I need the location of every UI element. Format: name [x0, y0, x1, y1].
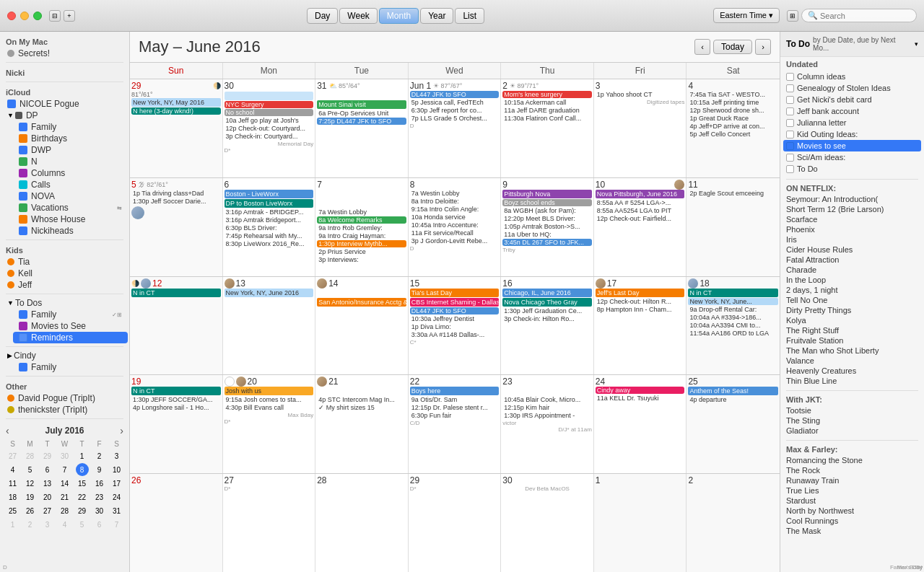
event-interview-mythb[interactable]: 1:30p Interview Mythb... [317, 240, 406, 247]
todo-item-julianna[interactable]: Julianna letter [786, 117, 918, 128]
event-bls[interactable]: 6:30p BLS Driver: [225, 224, 314, 232]
event-hampton-inn[interactable]: 8p Hampton Inn - Cham... [596, 306, 685, 313]
event-blair[interactable]: 10:45a Blair Cook, Micro... [502, 396, 592, 403]
event-longshore[interactable]: 4p Longshore sail - 1 Ho... [131, 404, 221, 411]
event-amtrak2[interactable]: 3:16p Amtrak Bridgeport... [225, 216, 314, 224]
cal-cell-jun29[interactable]: 29 D* [409, 474, 502, 572]
cal-cell-jun14[interactable]: 14 San Antonio/Insurance Acctg & Systems [315, 277, 409, 375]
todo-cb-sci-am[interactable] [786, 154, 794, 162]
mini-cal-day[interactable]: 25 [6, 504, 19, 517]
event-n-in-ct-19[interactable]: N in CT [131, 387, 221, 395]
mini-cal-day[interactable]: 30 [58, 449, 71, 462]
mini-cal-today[interactable]: 8 [76, 463, 89, 476]
event-flatiron[interactable]: 11:30a Flatiron Conf Call... [502, 115, 592, 122]
cal-cell-jun26[interactable]: 26 D [130, 474, 223, 572]
event-cbs-dallas[interactable]: CBS Internet Shaming - Dallas [410, 298, 500, 307]
event-ny-june-13[interactable]: New York, NY, June 2016 [225, 289, 314, 297]
todo-cb-column-ideas[interactable] [786, 73, 794, 81]
event-prius[interactable]: 2p Prius Service [317, 248, 406, 255]
event-accenture[interactable]: 10:45a Intro Accenture: [410, 221, 500, 229]
event-jeffs-last-day[interactable]: Jeff's Last Day [596, 289, 685, 297]
event-lls[interactable]: 7p LLS Grade 5 Orchest... [410, 115, 500, 122]
cal-cell-jun20[interactable]: 20 Josh with us 9:15a Josh comes to sta.… [223, 375, 316, 473]
cal-cell-jun19[interactable]: 19 N in CT 1:30p JEFF SOCCER/GA... 4p Lo… [130, 375, 223, 473]
mini-cal-prev[interactable]: ‹ [4, 425, 11, 436]
event-dl447-jun1[interactable]: DL447 JFK to SFO [410, 91, 500, 98]
event-anthem[interactable]: Anthem of the Seas! [688, 387, 778, 395]
event-eagle-scout[interactable]: 2p Eagle Scout emceeing [688, 190, 778, 197]
todo-item-column-ideas[interactable]: Column ideas [786, 71, 918, 82]
sidebar-item-kell[interactable]: Kell [1, 268, 128, 279]
event-n-in-ct-18[interactable]: N in CT [688, 289, 778, 297]
mini-cal-day[interactable]: 2 [93, 449, 106, 462]
sidebar-item-nova[interactable]: NOVA [13, 190, 128, 202]
event-aa5254b[interactable]: 8:55a AA5254 LGA to PIT [596, 207, 685, 214]
event-ny-may[interactable]: New York, NY, May 2016 [131, 98, 221, 107]
mini-cal-day[interactable]: 20 [41, 490, 54, 503]
event-otis[interactable]: 9a Otis/Dr. Sam [410, 396, 500, 403]
mini-cal-day[interactable]: 26 [24, 504, 37, 517]
view-toggle-btn[interactable]: ⊞ [787, 10, 798, 22]
event-tias-last-day[interactable]: Tia's Last Day [410, 289, 500, 297]
event-cello[interactable]: 5p Jeff Cello Concert [688, 131, 778, 138]
mini-cal-day[interactable]: 6 [41, 463, 54, 476]
cal-cell-jun22[interactable]: 22 Boys here 9a Otis/Dr. Sam 12:15p Dr. … [409, 375, 502, 473]
sidebar-item-jeff[interactable]: Jeff [1, 279, 128, 291]
event-n-here[interactable]: N here (3-day wknd!) [131, 107, 221, 115]
event-honda[interactable]: 10a Honda service [410, 214, 500, 221]
todo-cb-julianna[interactable] [786, 119, 794, 127]
cal-cell-jun10[interactable]: 10 Nova Pittsburgh, June 2016 8:55a AA #… [594, 178, 687, 276]
sidebar-disclosure-dp[interactable]: ▼ [7, 112, 14, 119]
mini-cal-day[interactable]: 2 [24, 518, 37, 531]
event-mount-sinai[interactable]: Mount Sinai visit [317, 100, 406, 109]
sidebar-item-cindy-group[interactable]: ▶ Cindy [1, 350, 128, 361]
sidebar-toggle-btn[interactable]: ⊟ [49, 10, 61, 22]
event-rob[interactable]: 9a Intro Rob Gremley: [317, 224, 406, 232]
event-westin8[interactable]: 7a Westin Lobby [410, 190, 500, 197]
event-meet-bls[interactable]: 12:20p Meet BLS Driver: [502, 215, 592, 222]
event-josh-comes[interactable]: 9:15a Josh comes to sta... [225, 396, 314, 403]
event-kell-dr[interactable]: 11a KELL Dr. Tsuyuki [596, 395, 685, 402]
event-jeff-report[interactable]: 6:30p Jeff report for co... [410, 107, 500, 114]
todo-sort-chevron[interactable]: ▾ [915, 40, 918, 48]
search-input[interactable] [820, 12, 914, 20]
mini-cal-day[interactable]: 16 [93, 477, 106, 490]
event-aa3394[interactable]: 10:04a AA #3394->186... [688, 314, 778, 321]
todo-cb-todo[interactable] [786, 165, 794, 173]
sidebar-item-birthdays[interactable]: Birthdays [13, 133, 128, 144]
event-deloitte[interactable]: 8a Intro Deloitte: [410, 198, 500, 205]
event-fun-fair[interactable]: 6:30p Fun fair [410, 412, 500, 419]
sidebar-item-calls[interactable]: Calls [13, 179, 128, 190]
cal-cell-jul2[interactable]: 2 [687, 474, 780, 572]
maximize-button[interactable] [33, 12, 42, 20]
event-hilton-checkin[interactable]: 3p Check-in: Hilton Ro... [502, 315, 592, 322]
cal-next-btn[interactable]: › [755, 39, 771, 55]
event-welcome[interactable]: 8a Welcome Remarks [317, 216, 406, 224]
event-departure[interactable]: 4p departure [688, 396, 778, 403]
event-irs[interactable]: 1:30p IRS Appointment - [502, 412, 592, 419]
sidebar-item-dwp[interactable]: DWP [13, 144, 128, 156]
todo-item-kid-outing[interactable]: Kid Outing Ideas: [786, 128, 918, 140]
event-liveworx2[interactable]: 8:30p LiveWorx 2016_Re... [225, 240, 314, 247]
sidebar-disclosure-todos[interactable]: ▼ [7, 299, 14, 307]
mini-cal-day[interactable]: 18 [6, 490, 19, 503]
todo-cb-genealogy[interactable] [786, 84, 794, 92]
mini-cal-day[interactable]: 29 [76, 504, 89, 517]
event-amtrak-boston[interactable]: 1:05p Amtrak Boston->S... [502, 223, 592, 230]
event-san-antonio[interactable]: San Antonio/Insurance Acctg & Systems [317, 298, 406, 307]
cal-cell-jul1[interactable]: 1 [594, 474, 687, 572]
mini-cal-day[interactable]: 21 [58, 490, 71, 503]
sidebar-item-todos-family[interactable]: Family ✓⊞ [13, 309, 128, 320]
cal-cell-jun1[interactable]: Jun 1 ☀ 87°/67° DL447 JFK to SFO 5p Jess… [409, 79, 502, 177]
event-ackerman[interactable]: 10:15a Ackerman call [502, 99, 592, 106]
event-chicago[interactable]: Chicago, IL, June 2016 [502, 289, 592, 297]
mini-cal-day[interactable]: 9 [93, 463, 106, 476]
mini-cal-day[interactable]: 23 [93, 490, 106, 503]
event-boyz[interactable]: Boyz school ends [502, 199, 592, 206]
event-preop[interactable]: 6a Pre-Op Services Unit [317, 110, 406, 117]
event-ny-may30[interactable] [225, 92, 314, 100]
cal-cell-jun13[interactable]: 13 New York, NY, June 2016 [223, 277, 316, 375]
cal-cell-may31[interactable]: 31 ⛅ 85°/64° Mount Sinai visit 6a Pre-Op… [315, 79, 409, 177]
event-aa5254[interactable]: 8:55a AA # 5254 LGA->... [596, 199, 685, 206]
event-jeff-dp[interactable]: 4p Jeff+DP arrive at con... [688, 123, 778, 130]
